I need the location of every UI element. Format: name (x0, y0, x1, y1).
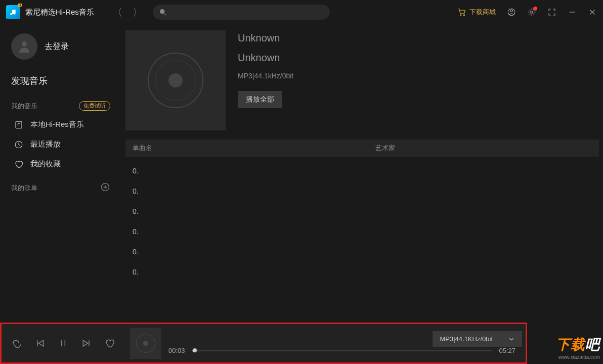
track-list: 0. 0. 0. 0. 0. 0. (125, 157, 599, 286)
my-music-header: 我的音乐 免费试听 (0, 93, 121, 115)
play-pause-button[interactable] (58, 338, 68, 348)
close-button[interactable] (588, 8, 597, 17)
disc-icon (148, 53, 203, 108)
track-row[interactable]: 0. (133, 262, 592, 282)
now-playing-art[interactable] (130, 328, 161, 359)
svg-point-0 (160, 9, 164, 14)
search-icon (159, 8, 167, 16)
progress-handle[interactable] (193, 348, 197, 352)
format-selector[interactable]: MP3|44.1KHz/0bit (433, 331, 522, 347)
playlist-label: 我的歌单 (11, 184, 37, 193)
playlist-header: 我的歌单 (0, 174, 121, 198)
free-trial-badge[interactable]: 免费试听 (79, 101, 110, 111)
track-row[interactable]: 0. (133, 181, 592, 201)
app-logo (6, 5, 20, 19)
sidebar-item-label: 本地Hi-Res音乐 (30, 120, 84, 129)
progress-bar[interactable] (192, 350, 492, 351)
sidebar-item-recent[interactable]: 最近播放 (0, 134, 121, 154)
shop-link[interactable]: 下载商城 (457, 8, 496, 17)
track-row[interactable]: 0. (133, 242, 592, 262)
minimize-button[interactable] (568, 8, 577, 17)
content-area: Unknown Unknown MP3|44.1kHz/0bit 播放全部 单曲… (121, 24, 603, 323)
svg-point-6 (22, 41, 27, 47)
chevron-down-icon (508, 336, 515, 343)
svg-point-2 (463, 15, 464, 16)
sidebar-item-label: 最近播放 (30, 140, 61, 149)
column-artist: 艺术家 (375, 144, 592, 153)
sidebar-item-favorites[interactable]: 我的收藏 (0, 154, 121, 174)
repeat-button[interactable] (12, 338, 22, 348)
app-title: 索尼精选Hi-Res音乐 (25, 8, 94, 17)
track-row[interactable]: 0. (133, 201, 592, 221)
column-title: 单曲名 (133, 144, 375, 153)
titlebar: 索尼精选Hi-Res音乐 〈 〉 下载商城 (0, 0, 603, 24)
music-file-icon (14, 120, 23, 129)
play-all-button[interactable]: 播放全部 (238, 91, 282, 108)
settings-badge (533, 7, 537, 11)
forward-button[interactable]: 〉 (133, 6, 143, 19)
discover-music[interactable]: 发现音乐 (0, 69, 121, 93)
login-section: 去登录 (0, 30, 121, 69)
track-row[interactable]: 0. (133, 161, 592, 181)
search-input[interactable] (171, 9, 324, 16)
notifications-button[interactable] (507, 8, 516, 17)
progress-section: 00:03 05:27 (168, 347, 515, 354)
sidebar-item-local[interactable]: 本地Hi-Res音乐 (0, 115, 121, 134)
login-button[interactable]: 去登录 (45, 41, 69, 52)
svg-rect-7 (16, 121, 22, 128)
my-music-label: 我的音乐 (11, 102, 37, 111)
watermark: 下载吧 www.xiazaiba.com (556, 335, 600, 360)
settings-button[interactable] (527, 8, 536, 17)
elapsed-time: 00:03 (168, 347, 185, 354)
heart-icon (14, 160, 23, 169)
prev-button[interactable] (35, 338, 45, 348)
format-label: MP3|44.1KHz/0bit (440, 335, 493, 343)
svg-point-1 (460, 15, 461, 16)
add-playlist-button[interactable] (100, 182, 110, 194)
sidebar-item-label: 我的收藏 (30, 159, 61, 169)
track-row[interactable]: 0. (133, 221, 592, 242)
album-header: Unknown Unknown MP3|44.1kHz/0bit 播放全部 (125, 30, 599, 140)
album-info: Unknown Unknown MP3|44.1kHz/0bit 播放全部 (238, 30, 293, 130)
shop-label: 下载商城 (469, 8, 496, 17)
album-art (125, 30, 226, 130)
back-button[interactable]: 〈 (112, 6, 122, 19)
next-button[interactable] (81, 338, 92, 348)
svg-point-4 (510, 10, 513, 12)
like-button[interactable] (105, 338, 115, 348)
sidebar: 去登录 发现音乐 我的音乐 免费试听 本地Hi-Res音乐 最近播放 我的收藏 … (0, 24, 121, 323)
history-nav: 〈 〉 (112, 6, 143, 19)
fullscreen-button[interactable] (547, 8, 556, 17)
player-controls (12, 338, 115, 348)
svg-point-5 (531, 11, 533, 14)
avatar[interactable] (11, 33, 37, 60)
clock-icon (14, 140, 23, 149)
total-time: 05:27 (499, 347, 515, 354)
album-title: Unknown (238, 32, 293, 44)
track-table-header: 单曲名 艺术家 (125, 140, 599, 157)
album-artist: Unknown (238, 52, 293, 64)
album-format: MP3|44.1kHz/0bit (238, 72, 293, 80)
main-area: 去登录 发现音乐 我的音乐 免费试听 本地Hi-Res音乐 最近播放 我的收藏 … (0, 24, 603, 323)
disc-icon (136, 334, 155, 353)
search-box[interactable] (153, 5, 330, 20)
